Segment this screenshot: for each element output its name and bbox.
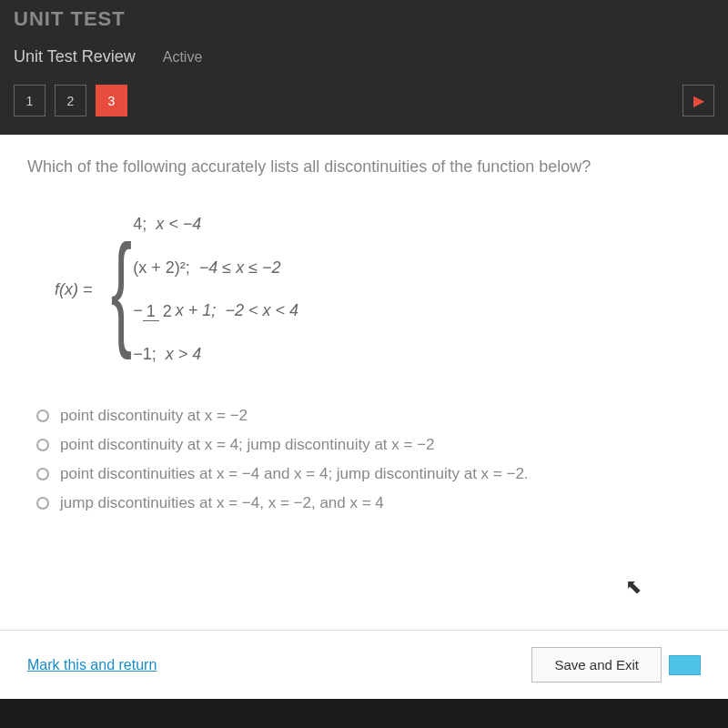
piece-4-val: −1; <box>133 345 157 363</box>
piece-4: −1; x > 4 <box>133 337 298 373</box>
piecewise-pieces: 4; x < −4 (x + 2)²; −4 ≤ x ≤ −2 −12x + 1… <box>133 199 298 379</box>
fx-label: f(x) = <box>55 280 93 299</box>
question-prompt: Which of the following accurately lists … <box>27 157 701 177</box>
save-exit-button[interactable]: Save and Exit <box>531 647 662 682</box>
piece-4-cond: x > 4 <box>166 345 202 363</box>
option-2-text: point discontinuity at x = 4; jump disco… <box>60 436 435 454</box>
nav-next-arrow[interactable]: ▶ <box>682 85 714 116</box>
content-area: Which of the following accurately lists … <box>0 135 728 699</box>
mark-return-link[interactable]: Mark this and return <box>27 657 157 673</box>
nav-row: 1 2 3 ▶ <box>0 76 728 135</box>
brace-icon: { <box>110 245 131 334</box>
option-1-text: point discontinuity at x = −2 <box>60 407 248 425</box>
option-4[interactable]: jump discontinuities at x = −4, x = −2, … <box>36 494 701 512</box>
radio-icon[interactable] <box>36 410 49 422</box>
footer: Mark this and return Save and Exit <box>0 630 728 699</box>
option-3[interactable]: point discontinuities at x = −4 and x = … <box>36 465 701 483</box>
option-4-text: jump discontinuities at x = −4, x = −2, … <box>60 494 384 512</box>
piece-3-rest: x + 1; <box>176 301 217 319</box>
radio-icon[interactable] <box>36 439 49 451</box>
piece-1: 4; x < −4 <box>133 207 298 243</box>
piece-2: (x + 2)²; −4 ≤ x ≤ −2 <box>133 250 298 287</box>
piece-3-neg: − <box>133 301 143 319</box>
radio-icon[interactable] <box>36 497 49 510</box>
option-1[interactable]: point discontinuity at x = −2 <box>36 407 701 425</box>
piece-3: −12x + 1; −2 < x < 4 <box>133 293 298 329</box>
piece-1-val: 4; <box>133 215 147 233</box>
piece-3-cond: −2 < x < 4 <box>225 301 298 319</box>
formula: f(x) = { 4; x < −4 (x + 2)²; −4 ≤ x ≤ −2… <box>55 199 701 379</box>
option-2[interactable]: point discontinuity at x = 4; jump disco… <box>36 436 701 454</box>
nav-item-3[interactable]: 3 <box>96 85 127 116</box>
option-3-text: point discontinuities at x = −4 and x = … <box>60 465 529 483</box>
nav-item-1[interactable]: 1 <box>14 85 46 116</box>
piece-2-cond: −4 ≤ x ≤ −2 <box>199 258 281 277</box>
options-list: point discontinuity at x = −2 point disc… <box>36 407 701 512</box>
page-title: Unit Test <box>14 7 714 31</box>
cursor-icon: ⬉ <box>625 575 642 599</box>
frac-den: 2 <box>159 302 176 320</box>
nav-item-2[interactable]: 2 <box>55 85 86 116</box>
next-button[interactable] <box>669 655 701 675</box>
header: Unit Test <box>0 0 728 38</box>
piece-2-val: (x + 2)²; <box>133 258 190 277</box>
radio-icon[interactable] <box>36 468 49 480</box>
frac-num: 1 <box>143 302 159 321</box>
active-label: Active <box>163 49 203 66</box>
footer-right: Save and Exit <box>531 647 701 682</box>
piece-1-cond: x < −4 <box>156 215 201 233</box>
review-label: Unit Test Review <box>14 47 136 66</box>
fraction: 12 <box>143 303 176 319</box>
subheader: Unit Test Review Active <box>0 38 728 76</box>
